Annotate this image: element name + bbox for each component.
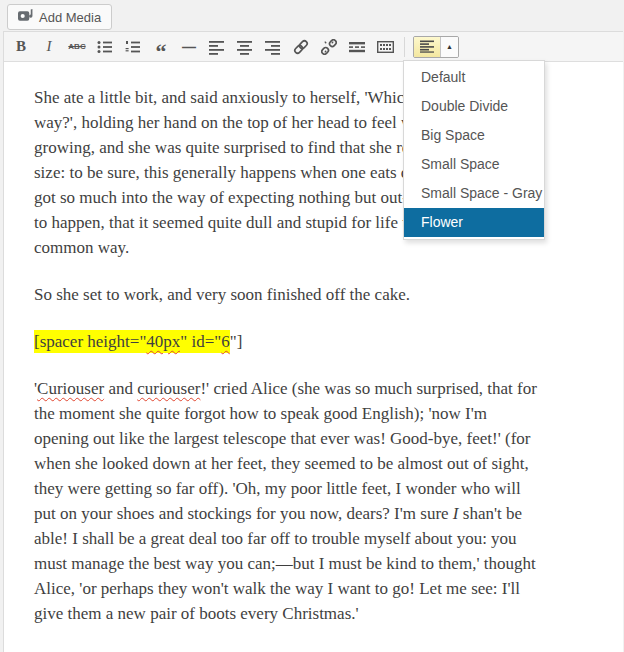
add-media-button[interactable]: Add Media: [7, 4, 112, 30]
numbered-list-icon: [125, 39, 141, 55]
numbered-list-button[interactable]: [122, 36, 144, 58]
align-right-icon: [265, 39, 281, 55]
dropdown-up-arrow-icon: ▲: [440, 37, 458, 57]
shortcode-highlight: [spacer height=": [34, 330, 146, 353]
media-row: Add Media: [0, 0, 624, 32]
blockquote-icon: “: [156, 47, 167, 57]
italic-icon: I: [47, 38, 52, 55]
menu-item-big-space[interactable]: Big Space: [404, 121, 544, 150]
menu-item-default[interactable]: Default: [404, 63, 544, 92]
editor-toolbar: B I ABC “ — ▲: [4, 32, 623, 62]
unlink-button[interactable]: [318, 36, 340, 58]
blockquote-button[interactable]: “: [150, 36, 172, 58]
spacer-list-icon: [414, 37, 440, 57]
align-left-button[interactable]: [206, 36, 228, 58]
paragraph-2: So she set to work, and very soon finish…: [34, 282, 619, 307]
align-right-button[interactable]: [262, 36, 284, 58]
spacer-style-menu: Default Double Divide Big Space Small Sp…: [403, 60, 545, 240]
menu-item-small-space-gray[interactable]: Small Space - Gray: [404, 179, 544, 208]
paragraph-text: !' cried Alice (she was so much surprise…: [34, 379, 537, 523]
bold-button[interactable]: B: [10, 36, 32, 58]
paragraph-4: 'Curiouser and curiouser!' cried Alice (…: [34, 376, 619, 626]
media-icon: [18, 8, 33, 26]
paragraph-5-clipped: And she went on planning to herself how …: [34, 648, 619, 652]
add-media-label: Add Media: [39, 10, 101, 25]
shortcode-misspelled-40px: 40px: [146, 330, 180, 353]
unlink-icon: [321, 39, 337, 55]
shortcode-highlight: " id=": [180, 330, 221, 353]
misspelled-word: curiouser: [137, 379, 200, 398]
bulleted-list-icon: [97, 39, 113, 55]
align-left-icon: [209, 39, 225, 55]
link-icon: [293, 39, 309, 55]
more-tag-button[interactable]: [346, 36, 368, 58]
spacer-style-dropdown-button[interactable]: ▲: [413, 36, 459, 58]
menu-item-flower[interactable]: Flower: [404, 208, 544, 237]
toolbar-divider: [404, 37, 405, 57]
paragraph-text: So she set to work, and very soon finish…: [34, 285, 410, 304]
more-tag-icon: [349, 39, 365, 55]
toolbar-toggle-button[interactable]: [374, 36, 396, 58]
misspelled-word: Curiouser: [37, 379, 104, 398]
align-center-icon: [237, 39, 253, 55]
shortcode-tail: "]: [230, 332, 243, 351]
italic-button[interactable]: I: [38, 36, 60, 58]
shortcode-misspelled-6: 6: [221, 330, 230, 353]
spacer-shortcode-line: [spacer height="40px" id="6"]: [34, 329, 619, 354]
align-center-button[interactable]: [234, 36, 256, 58]
horizontal-rule-icon: —: [182, 39, 196, 55]
bulleted-list-button[interactable]: [94, 36, 116, 58]
paragraph-text: and: [104, 379, 137, 398]
link-button[interactable]: [290, 36, 312, 58]
toolbar-toggle-icon: [377, 39, 394, 55]
strikethrough-icon: ABC: [68, 42, 85, 51]
strikethrough-button[interactable]: ABC: [66, 36, 88, 58]
bold-icon: B: [16, 38, 26, 55]
menu-item-double-divide[interactable]: Double Divide: [404, 92, 544, 121]
menu-item-small-space[interactable]: Small Space: [404, 150, 544, 179]
horizontal-rule-button[interactable]: —: [178, 36, 200, 58]
